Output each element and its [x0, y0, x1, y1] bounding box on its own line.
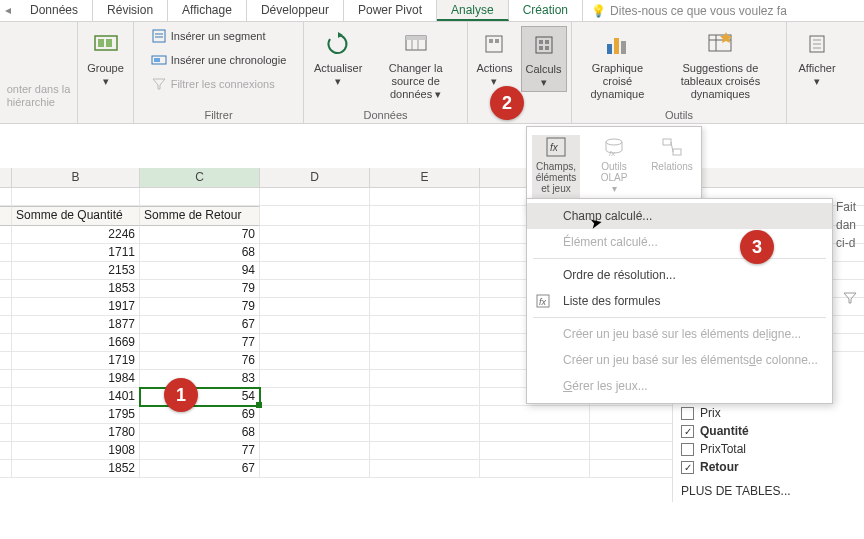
table-cell[interactable]: 79: [140, 298, 260, 316]
table-cell[interactable]: 1669: [12, 334, 140, 352]
badge-3: 3: [740, 230, 774, 264]
menu-list-formulas[interactable]: fx Liste des formules: [527, 288, 832, 314]
insert-slicer-button[interactable]: Insérer un segment: [151, 26, 266, 46]
data-source-icon: [400, 28, 432, 60]
pivot-chart-button[interactable]: Graphique croisé dynamique: [578, 26, 657, 103]
pivot-suggestions-icon: [704, 28, 736, 60]
field-prix[interactable]: Prix: [681, 404, 856, 422]
svg-text:fx: fx: [539, 297, 547, 307]
svg-marker-28: [720, 32, 732, 43]
fields-items-sets-button[interactable]: fx Champs, éléments et jeux ▾: [532, 135, 580, 205]
list-formulas-icon: fx: [535, 293, 551, 309]
svg-text:fx: fx: [550, 142, 559, 153]
olap-tools-button[interactable]: fx Outils OLAP ▾: [590, 135, 638, 205]
table-cell[interactable]: 1877: [12, 316, 140, 334]
tab-creation[interactable]: Création: [509, 0, 583, 21]
col-header-c[interactable]: C: [140, 168, 260, 187]
svg-rect-2: [106, 39, 112, 47]
filter-connections-icon: [151, 76, 167, 92]
field-retour[interactable]: ✓Retour: [681, 458, 856, 476]
group-label-outils: Outils: [665, 109, 693, 123]
tab-revision[interactable]: Révision: [93, 0, 168, 21]
table-cell[interactable]: 1719: [12, 352, 140, 370]
svg-rect-15: [489, 39, 493, 43]
svg-rect-24: [621, 41, 626, 54]
table-cell[interactable]: 54: [140, 388, 260, 406]
table-cell[interactable]: 1984: [12, 370, 140, 388]
menu-calculated-field[interactable]: Champ calculé...: [527, 203, 832, 229]
table-cell[interactable]: 79: [140, 280, 260, 298]
tab-analyse[interactable]: Analyse: [437, 0, 509, 21]
table-cell[interactable]: 77: [140, 442, 260, 460]
olap-icon: fx: [602, 135, 626, 159]
tab-developpeur[interactable]: Développeur: [247, 0, 344, 21]
table-cell[interactable]: 67: [140, 316, 260, 334]
table-cell[interactable]: 67: [140, 460, 260, 478]
pivot-header-quantity: Somme de Quantité: [12, 206, 140, 226]
insert-timeline-button[interactable]: Insérer une chronologie: [151, 50, 287, 70]
pivot-suggestions-button[interactable]: Suggestions de tableaux croisés dynamiqu…: [661, 26, 780, 103]
svg-text:fx: fx: [609, 149, 616, 158]
column-headers: B C D E F: [0, 168, 864, 188]
group-label-filtrer: Filtrer: [204, 109, 232, 123]
svg-marker-8: [153, 79, 165, 89]
table-cell[interactable]: 68: [140, 424, 260, 442]
calculs-button[interactable]: Calculs▾: [521, 26, 567, 92]
filter-connections-button[interactable]: Filtrer les connexions: [151, 74, 275, 94]
col-header-e[interactable]: E: [370, 168, 480, 187]
table-cell[interactable]: 76: [140, 352, 260, 370]
tab-donnees[interactable]: Données: [16, 0, 93, 21]
table-cell[interactable]: 2153: [12, 262, 140, 280]
ribbon-tabs: ◂ Données Révision Affichage Développeur…: [0, 0, 864, 22]
relations-icon: [660, 135, 684, 159]
refresh-button[interactable]: Actualiser▾: [310, 26, 366, 90]
field-prixtotal[interactable]: PrixTotal: [681, 440, 856, 458]
more-tables-link[interactable]: PLUS DE TABLES...: [681, 476, 856, 498]
menu-manage-sets: Gérer les jeux...: [527, 373, 832, 399]
table-cell[interactable]: 1795: [12, 406, 140, 424]
tab-powerpivot[interactable]: Power Pivot: [344, 0, 437, 21]
tell-me-search[interactable]: 💡 Dites-nous ce que vous voulez fa: [583, 0, 864, 21]
show-button[interactable]: Afficher▾: [794, 26, 839, 90]
group-label-champ: [37, 109, 40, 123]
svg-rect-11: [406, 36, 426, 40]
change-source-button[interactable]: Changer la source de données ▾: [370, 26, 461, 103]
svg-rect-18: [539, 40, 543, 44]
table-cell[interactable]: 1711: [12, 244, 140, 262]
table-cell[interactable]: 2246: [12, 226, 140, 244]
menu-solve-order[interactable]: Ordre de résolution...: [527, 262, 832, 288]
actions-button[interactable]: Actions▾: [472, 26, 516, 90]
table-cell[interactable]: 77: [140, 334, 260, 352]
table-cell[interactable]: 1401: [12, 388, 140, 406]
pivot-header-return: Somme de Retour: [140, 206, 260, 226]
table-cell[interactable]: 1780: [12, 424, 140, 442]
svg-rect-3: [153, 30, 165, 42]
table-cell[interactable]: 83: [140, 370, 260, 388]
pivot-chart-icon: [601, 28, 633, 60]
fields-items-sets-menu: Champ calculé... Élément calculé... Ordr…: [526, 198, 833, 404]
field-quantite[interactable]: ✓Quantité: [681, 422, 856, 440]
svg-rect-21: [545, 46, 549, 50]
show-icon: [801, 28, 833, 60]
table-cell[interactable]: 94: [140, 262, 260, 280]
group-icon: [90, 28, 122, 60]
table-cell[interactable]: 1908: [12, 442, 140, 460]
col-header-b[interactable]: B: [12, 168, 140, 187]
badge-1: 1: [164, 378, 198, 412]
table-cell[interactable]: 1852: [12, 460, 140, 478]
groupe-button[interactable]: Groupe▾: [83, 26, 128, 90]
menu-calculated-item: Élément calculé...: [527, 229, 832, 255]
svg-rect-19: [545, 40, 549, 44]
table-cell[interactable]: 69: [140, 406, 260, 424]
table-cell[interactable]: 1917: [12, 298, 140, 316]
svg-rect-38: [673, 149, 681, 155]
fx-box-icon: fx: [544, 135, 568, 159]
relations-button[interactable]: Relations: [648, 135, 696, 205]
table-cell[interactable]: 68: [140, 244, 260, 262]
tabs-scroll-left[interactable]: ◂: [0, 0, 16, 21]
tab-affichage[interactable]: Affichage: [168, 0, 247, 21]
table-cell[interactable]: 1853: [12, 280, 140, 298]
filter-icon[interactable]: [842, 290, 858, 306]
col-header-d[interactable]: D: [260, 168, 370, 187]
table-cell[interactable]: 70: [140, 226, 260, 244]
